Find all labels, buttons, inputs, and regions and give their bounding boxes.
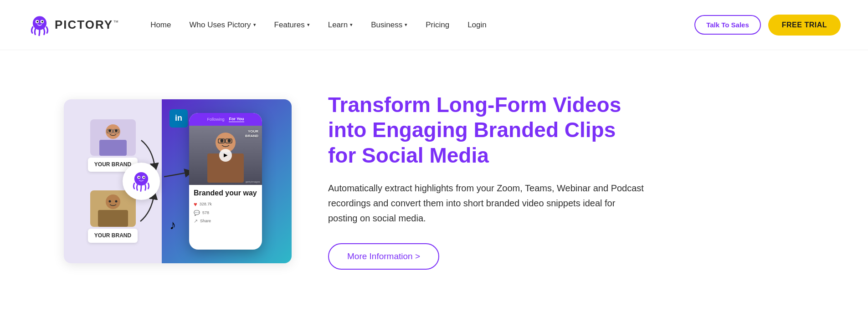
nav-item-learn[interactable]: Learn ▾	[320, 17, 361, 33]
person-bottom	[90, 190, 136, 227]
hero-illustration: YOUR BRAND YOUR BRAND	[64, 99, 292, 263]
phone-tab-for-you: For You	[229, 117, 244, 122]
svg-point-0	[33, 16, 46, 30]
comment-count: 578	[202, 210, 209, 215]
svg-point-8	[115, 129, 118, 132]
svg-point-5	[106, 124, 120, 139]
heart-count: 328.7k	[200, 202, 212, 206]
nav-item-who[interactable]: Who Uses Pictory ▾	[181, 17, 264, 33]
nav-actions: Talk To Sales FREE TRIAL	[694, 15, 841, 36]
svg-point-19	[139, 176, 140, 178]
logo-octopus-icon	[27, 13, 52, 37]
talk-to-sales-button[interactable]: Talk To Sales	[694, 15, 761, 35]
nav-item-features[interactable]: Features ▾	[266, 17, 318, 33]
logo[interactable]: PICTORY™	[27, 13, 119, 37]
hero-right-panel: in ♪ Following For You	[159, 99, 292, 263]
hero-section: YOUR BRAND YOUR BRAND	[0, 50, 868, 312]
nav-item-login[interactable]: Login	[459, 17, 495, 33]
play-button-icon: ▶	[219, 149, 232, 162]
svg-point-12	[106, 194, 120, 209]
free-trial-button[interactable]: FREE TRIAL	[768, 15, 841, 36]
nav-item-home[interactable]: Home	[142, 17, 179, 33]
navbar: PICTORY™ Home Who Uses Pictory ▾ Feature…	[0, 0, 868, 50]
svg-rect-13	[98, 210, 128, 227]
svg-point-20	[143, 176, 144, 178]
more-information-button[interactable]: More Information >	[328, 243, 439, 270]
nav-item-pricing[interactable]: Pricing	[417, 17, 457, 33]
heart-icon: ♥	[194, 201, 197, 208]
chevron-down-icon: ▾	[405, 22, 407, 28]
svg-point-15	[115, 200, 117, 202]
tiktok-badge: ♪	[169, 218, 176, 232]
phone-bottom-content: Branded your way ♥ 328.7k 💬 578 ↗	[189, 185, 262, 228]
svg-point-23	[221, 139, 224, 142]
phone-video-area: YOURBRAND ▶ gettyimages	[189, 126, 262, 185]
svg-point-4	[41, 20, 43, 22]
comment-icon: 💬	[194, 210, 200, 216]
chevron-down-icon: ▾	[307, 22, 310, 28]
branded-way-text: Branded your way	[194, 189, 257, 197]
svg-point-14	[108, 200, 111, 202]
chevron-down-icon: ▾	[253, 22, 256, 28]
hero-title: Transform Long-Form Videos into Engaging…	[328, 92, 647, 168]
hero-description: Automatically extract highlights from yo…	[328, 181, 647, 226]
share-label: Share	[200, 219, 211, 223]
logo-text: PICTORY™	[55, 18, 119, 32]
hero-text-content: Transform Long-Form Videos into Engaging…	[328, 92, 647, 270]
your-brand-overlay: YOURBRAND	[245, 129, 258, 139]
svg-point-7	[108, 129, 111, 132]
svg-point-16	[134, 172, 148, 185]
phone-mockup: Following For You	[189, 113, 262, 250]
nav-links: Home Who Uses Pictory ▾ Features ▾ Learn…	[142, 17, 694, 33]
phone-tab-following: Following	[207, 117, 224, 122]
share-icon: ↗	[194, 218, 198, 224]
person-top	[90, 119, 136, 156]
linkedin-badge: in	[169, 109, 188, 128]
nav-item-business[interactable]: Business ▾	[363, 17, 416, 33]
svg-point-24	[228, 139, 231, 142]
brand-card-bottom: YOUR BRAND	[88, 229, 138, 243]
chevron-down-icon: ▾	[350, 22, 353, 28]
svg-point-3	[36, 20, 38, 22]
octopus-circle	[123, 163, 160, 200]
svg-rect-6	[99, 140, 127, 156]
